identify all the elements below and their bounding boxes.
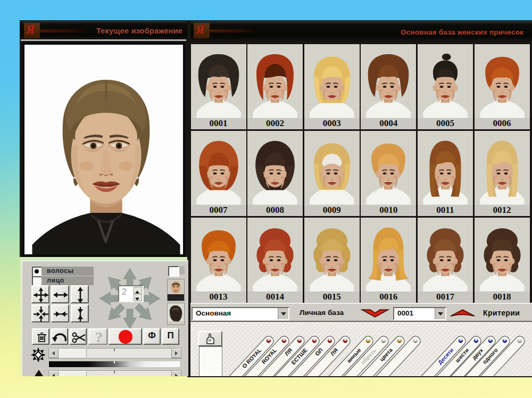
svg-text:?: ? xyxy=(95,329,103,345)
